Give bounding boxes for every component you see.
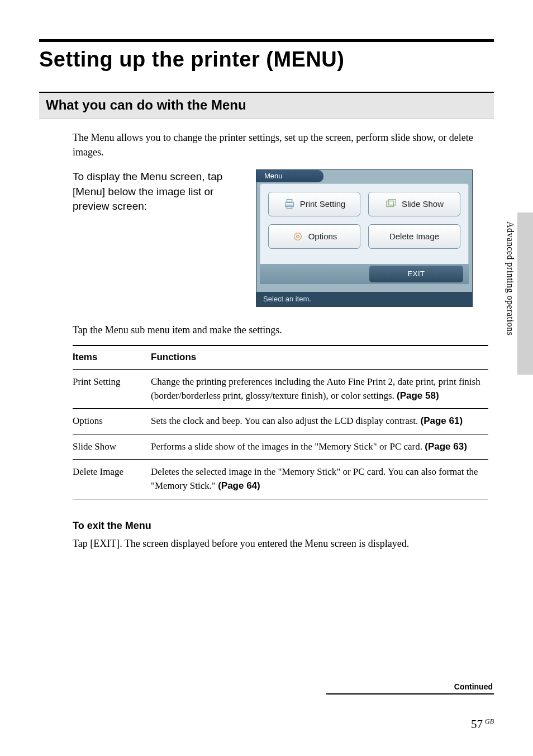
menu-screenshot: Menu Print Setting: [256, 169, 473, 307]
function-cell: Performs a slide show of the images in t…: [151, 434, 488, 460]
page-number: 57GB: [471, 717, 494, 731]
item-cell: Options: [73, 409, 151, 434]
continued-bar: Continued: [326, 682, 494, 694]
status-bar: Select an item.: [256, 292, 472, 306]
function-cell: Sets the clock and beep. You can also ad…: [151, 409, 488, 434]
button-label: Print Setting: [300, 198, 346, 210]
svg-rect-3: [387, 201, 394, 207]
print-setting-button[interactable]: Print Setting: [268, 192, 360, 216]
menu-panel: Print Setting Slide Show O: [260, 183, 469, 272]
table-row: Print Setting Change the printing prefer…: [73, 369, 488, 408]
sub-instruction: Tap the Menu sub menu item and make the …: [73, 323, 488, 337]
menu-tab-label: Menu: [256, 170, 323, 182]
table-row: Delete Image Deletes the selected image …: [73, 460, 488, 499]
exit-heading: To exit the Menu: [73, 518, 488, 533]
top-rule: [39, 39, 494, 42]
item-cell: Print Setting: [73, 369, 151, 408]
menu-items-table: Items Functions Print Setting Change the…: [73, 345, 488, 499]
intro-paragraph: The Menu allows you to change the printe…: [73, 130, 488, 159]
options-button[interactable]: Options: [268, 224, 360, 249]
item-cell: Delete Image: [73, 460, 151, 499]
exit-row: EXIT: [260, 264, 469, 284]
layers-icon: [385, 198, 397, 210]
button-label: Options: [308, 230, 337, 243]
delete-image-button[interactable]: Delete Image: [368, 224, 460, 249]
svg-rect-4: [388, 200, 396, 205]
col-header-items: Items: [73, 346, 151, 369]
svg-point-5: [294, 233, 301, 240]
page-title: Setting up the printer (MENU): [39, 48, 494, 72]
instruction-text: To display the Menu screen, tap [Menu] b…: [73, 169, 240, 307]
svg-point-6: [296, 235, 299, 238]
table-row: Slide Show Performs a slide show of the …: [73, 434, 488, 460]
function-cell: Deletes the selected image in the "Memor…: [151, 460, 488, 499]
continued-label: Continued: [326, 682, 494, 693]
button-label: Delete Image: [389, 230, 439, 243]
exit-body: Tap [EXIT]. The screen displayed before …: [73, 536, 488, 551]
table-row: Options Sets the clock and beep. You can…: [73, 409, 488, 434]
slide-show-button[interactable]: Slide Show: [368, 192, 460, 216]
printer-icon: [283, 198, 296, 210]
item-cell: Slide Show: [73, 434, 151, 460]
section-heading: What you can do with the Menu: [39, 92, 494, 119]
gear-icon: [292, 230, 304, 243]
button-label: Slide Show: [402, 198, 444, 210]
exit-button[interactable]: EXIT: [369, 266, 463, 282]
function-cell: Change the printing preferences includin…: [151, 369, 488, 408]
col-header-functions: Functions: [151, 346, 488, 369]
